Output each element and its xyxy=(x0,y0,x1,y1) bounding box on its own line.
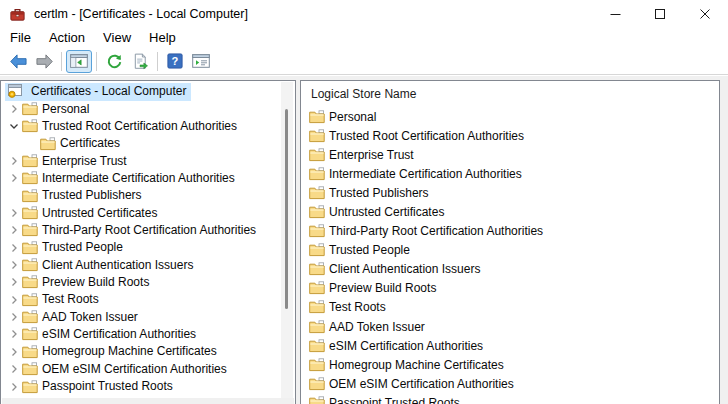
tree-item[interactable]: Untrusted Certificates xyxy=(1,204,281,221)
tree-item[interactable]: Client Authentication Issuers xyxy=(1,256,281,273)
list-item[interactable]: AAD Token Issuer xyxy=(301,317,719,336)
tree-item-root[interactable]: Certificates - Local Computer xyxy=(1,83,281,100)
list-item[interactable]: OEM eSIM Certification Authorities xyxy=(301,374,719,393)
tree-item[interactable]: Preview Build Roots xyxy=(1,274,281,291)
list-item[interactable]: Enterprise Trust xyxy=(301,145,719,164)
tree-item[interactable]: Intermediate Certification Authorities xyxy=(1,170,281,187)
back-button[interactable] xyxy=(5,50,31,73)
list-item-label: Trusted People xyxy=(329,243,410,257)
chevron-icon[interactable] xyxy=(5,118,22,134)
tree-item[interactable]: Trusted Root Certification Authorities xyxy=(1,118,281,135)
list-item[interactable]: Passpoint Trusted Roots xyxy=(301,393,719,404)
menu-item-help[interactable]: Help xyxy=(140,29,185,47)
folder-icon xyxy=(309,147,325,162)
list-item[interactable]: Trusted Publishers xyxy=(301,183,719,202)
toolbar-separator xyxy=(157,52,158,71)
folder-icon xyxy=(22,327,38,342)
tree-item[interactable]: AAD Token Issuer xyxy=(1,308,281,325)
action-pane-button[interactable] xyxy=(188,50,214,73)
chevron-icon[interactable] xyxy=(5,205,22,221)
folder-icon xyxy=(309,281,325,296)
list-item[interactable]: Personal xyxy=(301,107,719,126)
content-area: Certificates - Local Computer Personal xyxy=(0,76,728,404)
tree-item[interactable]: Third-Party Root Certification Authoriti… xyxy=(1,222,281,239)
tree-item-label: AAD Token Issuer xyxy=(39,310,141,325)
chevron-icon[interactable] xyxy=(5,170,22,186)
list-item[interactable]: Trusted Root Certification Authorities xyxy=(301,126,719,145)
list-item[interactable]: Trusted People xyxy=(301,241,719,260)
chevron-icon[interactable] xyxy=(5,309,22,325)
show-console-tree-button[interactable] xyxy=(66,50,92,73)
forward-button[interactable] xyxy=(31,50,57,73)
folder-icon xyxy=(309,166,325,181)
tree-item-label: Test Roots xyxy=(39,292,102,307)
chevron-icon[interactable] xyxy=(5,188,22,204)
tree-item[interactable]: Trusted People xyxy=(1,239,281,256)
chevron-icon[interactable] xyxy=(5,153,22,169)
refresh-button[interactable] xyxy=(101,50,127,73)
folder-icon xyxy=(309,357,325,372)
tree-scrollbar[interactable] xyxy=(281,82,293,398)
folder-icon xyxy=(22,310,38,325)
chevron-icon[interactable] xyxy=(5,326,22,342)
close-button[interactable] xyxy=(683,0,728,28)
tree-item-label: OEM eSIM Certification Authorities xyxy=(39,362,230,377)
list-item[interactable]: eSIM Certification Authorities xyxy=(301,336,719,355)
tree-item[interactable]: Test Roots xyxy=(1,291,281,308)
list-item[interactable]: Intermediate Certification Authorities xyxy=(301,164,719,183)
tree-item[interactable]: Personal xyxy=(1,100,281,117)
tree-item-label: eSIM Certification Authorities xyxy=(39,327,199,342)
tree-item[interactable]: Certificates xyxy=(1,135,281,152)
chevron-icon[interactable] xyxy=(5,361,22,377)
list-item-label: OEM eSIM Certification Authorities xyxy=(329,377,514,391)
list-item[interactable]: Homegroup Machine Certificates xyxy=(301,355,719,374)
chevron-icon[interactable] xyxy=(5,292,22,308)
list-item[interactable]: Client Authentication Issuers xyxy=(301,260,719,279)
tree-item[interactable]: eSIM Certification Authorities xyxy=(1,326,281,343)
tree-item[interactable]: Homegroup Machine Certificates xyxy=(1,343,281,360)
minimize-button[interactable] xyxy=(593,0,638,28)
chevron-icon[interactable] xyxy=(5,274,22,290)
tree-horizontal-scrollbar[interactable] xyxy=(2,398,294,404)
selection-highlight: Certificates - Local Computer xyxy=(5,83,191,101)
tree-item-label: Trusted Publishers xyxy=(39,188,145,203)
help-button[interactable]: ? xyxy=(162,50,188,73)
menu-item-view[interactable]: View xyxy=(94,29,140,47)
list-item-label: Untrusted Certificates xyxy=(329,205,444,219)
chevron-icon[interactable] xyxy=(5,222,22,238)
tree-item[interactable]: OEM eSIM Certification Authorities xyxy=(1,361,281,378)
list-header-logical-store-name[interactable]: Logical Store Name xyxy=(301,81,719,106)
folder-icon xyxy=(22,362,38,377)
chevron-icon[interactable] xyxy=(5,344,22,360)
chevron-icon[interactable] xyxy=(5,101,22,117)
list-item[interactable]: Third-Party Root Certification Authoriti… xyxy=(301,222,719,241)
list-item-label: AAD Token Issuer xyxy=(329,320,425,334)
chevron-icon[interactable] xyxy=(23,136,40,152)
tree-item[interactable]: Enterprise Trust xyxy=(1,152,281,169)
menu-item-action[interactable]: Action xyxy=(40,29,94,47)
folder-icon xyxy=(309,109,325,124)
folder-icon xyxy=(309,262,325,277)
export-list-button[interactable] xyxy=(127,50,153,73)
maximize-button[interactable] xyxy=(638,0,683,28)
list-item-label: Client Authentication Issuers xyxy=(329,262,480,276)
list-item[interactable]: Preview Build Roots xyxy=(301,279,719,298)
certificates-console-icon xyxy=(7,83,24,99)
folder-icon xyxy=(22,344,38,359)
refresh-icon xyxy=(106,53,123,70)
chevron-icon[interactable] xyxy=(5,257,22,273)
tree-item[interactable]: Trusted Publishers xyxy=(1,187,281,204)
mmc-toolbox-icon[interactable] xyxy=(9,6,26,23)
list-item[interactable]: Test Roots xyxy=(301,298,719,317)
tree-item[interactable]: Passpoint Trusted Roots xyxy=(1,378,281,395)
folder-icon xyxy=(22,379,38,394)
tree-item-label: Trusted People xyxy=(39,240,126,255)
chevron-icon[interactable] xyxy=(5,379,22,395)
menu-item-file[interactable]: File xyxy=(1,29,40,47)
title-bar: certlm - [Certificates - Local Computer] xyxy=(0,0,728,28)
chevron-icon[interactable] xyxy=(5,240,22,256)
console-tree-icon xyxy=(70,54,88,68)
folder-icon xyxy=(22,275,38,290)
tree-scrollbar-thumb[interactable] xyxy=(285,109,288,309)
list-item[interactable]: Untrusted Certificates xyxy=(301,202,719,221)
